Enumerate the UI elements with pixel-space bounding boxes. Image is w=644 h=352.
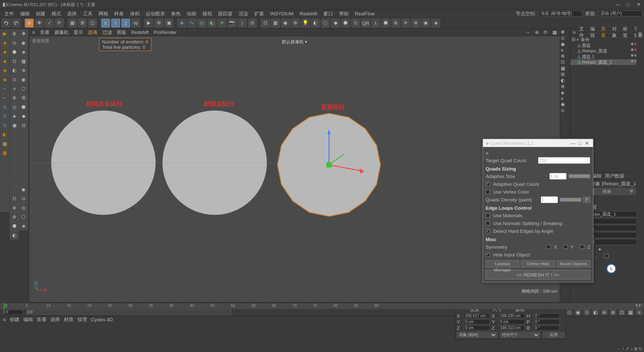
ltool-11[interactable]: ◐ bbox=[1, 130, 9, 139]
vp-view[interactable]: 查看 bbox=[38, 29, 51, 35]
coord-apply-button[interactable]: 应用 bbox=[543, 332, 565, 338]
reset-button[interactable]: Reset Options bbox=[557, 260, 590, 267]
ltool-17[interactable] bbox=[1, 185, 9, 194]
misc-tool-9[interactable]: ⊙ bbox=[351, 19, 360, 27]
ltool2-32[interactable] bbox=[10, 176, 19, 185]
om-item-retopo[interactable]: ◬Retopo_圆盘 bbox=[570, 48, 644, 54]
menu-mode[interactable]: 模式 bbox=[49, 10, 64, 17]
attr-tab-coord[interactable]: 坐标 bbox=[594, 188, 619, 195]
ltool2-15[interactable]: ⊞ bbox=[19, 93, 28, 102]
om-item-retopo1[interactable]: ◬Retopo_圆盘_1 bbox=[570, 59, 644, 65]
timeline-ruler[interactable]: const d=JSON.parse(document.getElementBy… bbox=[0, 303, 644, 309]
help-button[interactable]: Online Help bbox=[521, 260, 555, 267]
remesher-max[interactable]: □ bbox=[576, 140, 583, 146]
menu-realflow[interactable]: RealFlow bbox=[352, 11, 377, 17]
ltool2-25[interactable] bbox=[19, 139, 28, 148]
menu-volume[interactable]: 体积 bbox=[127, 10, 142, 17]
ltool2-6[interactable]: ⊡ bbox=[10, 57, 19, 65]
ltool2-5[interactable]: ◈ bbox=[19, 48, 28, 56]
deformer[interactable]: ◐ bbox=[208, 19, 217, 27]
misc-tool-15[interactable]: ⊗ bbox=[412, 19, 420, 27]
ltool2-36[interactable]: ⊡ bbox=[10, 194, 19, 203]
undo-button[interactable] bbox=[2, 19, 11, 27]
ltool2-34[interactable] bbox=[10, 185, 19, 194]
rotate-tool[interactable]: ⟳ bbox=[55, 19, 64, 27]
rot-h[interactable] bbox=[534, 313, 560, 318]
ltool2-4[interactable]: ⬢ bbox=[10, 48, 19, 56]
attr-nav-arrows[interactable]: ← ↑ ↗ ⌂ ⊞ ↻ bbox=[617, 346, 642, 351]
materials-checkbox[interactable] bbox=[486, 213, 490, 217]
ltool2-8[interactable]: ◐ bbox=[10, 66, 19, 75]
size-z[interactable] bbox=[499, 325, 525, 331]
om-item-backup[interactable]: ⊟▸备份 bbox=[570, 37, 644, 42]
rtool-13[interactable]: ⊙ bbox=[561, 108, 570, 113]
close-button[interactable]: ✕ bbox=[636, 2, 641, 8]
misc-tool-7[interactable]: ◆ bbox=[331, 19, 340, 27]
axis-w[interactable]: W bbox=[131, 19, 140, 27]
mat-material[interactable]: 材质 bbox=[63, 316, 75, 323]
ltool-2[interactable]: ◈ bbox=[1, 48, 9, 56]
light-btn[interactable]: | bbox=[238, 19, 247, 27]
size-y[interactable] bbox=[499, 319, 525, 325]
ltool2-2[interactable]: ⊙ bbox=[10, 38, 19, 47]
menu-insydium[interactable]: INSYDIUM bbox=[267, 11, 296, 17]
max-button[interactable]: □ bbox=[626, 2, 631, 8]
sym-x-checkbox[interactable] bbox=[546, 245, 551, 249]
vp-options[interactable]: 选项 bbox=[86, 29, 99, 35]
mat-create[interactable]: 创建 bbox=[9, 316, 21, 323]
misc-tool-2[interactable]: ◉ bbox=[281, 19, 290, 27]
tl-opt-2[interactable]: ◐ bbox=[592, 309, 598, 315]
tl-opt-7[interactable]: ≡ bbox=[636, 309, 642, 315]
ltool2-41[interactable]: ⬡ bbox=[19, 212, 28, 221]
misc-tool-17[interactable]: ◈ bbox=[431, 19, 440, 27]
ltool-19[interactable] bbox=[1, 203, 9, 212]
vertex-color-checkbox[interactable] bbox=[486, 190, 490, 194]
ltool2-44[interactable]: ◐ bbox=[10, 231, 19, 240]
generator[interactable]: ◎ bbox=[198, 19, 207, 27]
rot-b[interactable] bbox=[534, 325, 560, 331]
attr-userdata[interactable]: 用户数据 bbox=[603, 173, 625, 179]
ltool2-21[interactable]: ⊟ bbox=[19, 121, 28, 129]
menu-animate[interactable]: 动画 bbox=[184, 10, 199, 17]
axis-y[interactable]: Y bbox=[111, 19, 120, 27]
ltool2-14[interactable]: ⊛ bbox=[10, 93, 19, 102]
ltool2-10[interactable]: ⊙ bbox=[10, 75, 19, 84]
tl-start2-input[interactable] bbox=[26, 310, 231, 315]
ltool2-40[interactable]: ⊛ bbox=[10, 212, 19, 221]
remesher-min[interactable]: — bbox=[569, 140, 576, 146]
vp-filter[interactable]: 过滤 bbox=[101, 29, 114, 35]
adaptive-count-checkbox[interactable] bbox=[486, 182, 490, 186]
playhead-icon[interactable] bbox=[4, 303, 5, 309]
size-x[interactable] bbox=[499, 313, 525, 318]
tl-start-input[interactable] bbox=[2, 310, 24, 315]
ltool-1[interactable]: ◈ bbox=[1, 38, 9, 47]
node-space-dropdown[interactable] bbox=[539, 11, 582, 17]
misc-tool-6[interactable]: ⬡ bbox=[321, 19, 330, 27]
ltool2-0[interactable]: ⊕ bbox=[10, 29, 19, 38]
viewport-3d[interactable]: 透视视图 Number of emitters: 0 Total live pa… bbox=[29, 36, 560, 302]
misc-tool-0[interactable]: ⊡ bbox=[261, 19, 270, 27]
redo-button[interactable] bbox=[12, 19, 21, 27]
misc-tool-13[interactable]: ⊛ bbox=[391, 19, 400, 27]
ltool-10[interactable]: S bbox=[1, 121, 9, 129]
ltool2-38[interactable]: ⊕ bbox=[10, 203, 19, 212]
menu-help[interactable]: 帮助 bbox=[336, 10, 351, 17]
menu-character[interactable]: 角色 bbox=[168, 10, 183, 17]
ltool2-22[interactable] bbox=[10, 130, 19, 139]
misc-tool-10[interactable]: QR bbox=[361, 19, 370, 27]
menu-file[interactable]: 文件 bbox=[2, 10, 17, 17]
menu-edit[interactable]: 编辑 bbox=[17, 10, 32, 17]
vp-icon-1[interactable]: ↔ bbox=[524, 30, 532, 35]
tl-opt-4[interactable]: ⊗ bbox=[610, 309, 616, 315]
rtool-11[interactable]: ≡ bbox=[561, 96, 570, 101]
rtool-2[interactable]: ◉ bbox=[561, 41, 570, 47]
adaptive-size-slider[interactable] bbox=[569, 174, 590, 178]
misc-tool-11[interactable]: λ bbox=[371, 19, 380, 27]
rtool-7[interactable]: ⊞ bbox=[561, 71, 570, 77]
ltool2-27[interactable] bbox=[19, 148, 28, 157]
ltool2-35[interactable]: ◉ bbox=[19, 185, 28, 194]
pos-y[interactable] bbox=[464, 319, 490, 325]
ltool2-28[interactable] bbox=[10, 157, 19, 166]
ltool2-43[interactable]: ◈ bbox=[19, 222, 28, 230]
scale-tool[interactable]: ⤢ bbox=[45, 19, 54, 27]
